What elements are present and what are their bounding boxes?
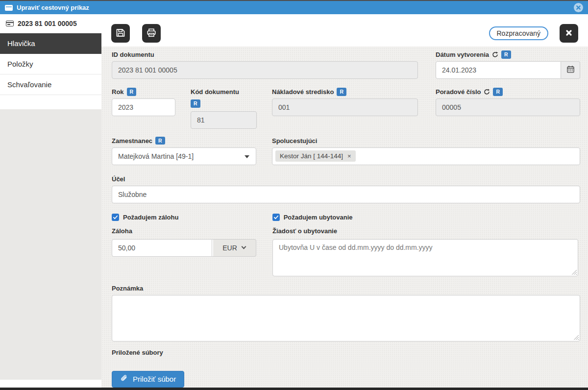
ziadost-o-ubytovanie-label: Žiadosť o ubytovanie	[272, 227, 578, 235]
sidebar-item-label: Schvaľovanie	[7, 80, 51, 89]
attach-file-label: Priložiť súbor	[133, 375, 176, 383]
close-x-icon	[565, 29, 573, 38]
refresh-icon	[484, 89, 490, 95]
poznamka-textarea[interactable]	[112, 295, 580, 341]
zaloha-label: Záloha	[112, 227, 256, 235]
required-badge: R	[155, 137, 165, 145]
rok-input[interactable]	[112, 98, 175, 116]
main-panel: Rozpracovaný ID dokumentu Dátum vytvoren…	[101, 14, 588, 388]
sidebar: 2023 81 001 00005 Hlavička Položky Schva…	[0, 14, 101, 388]
required-badge: R	[501, 50, 511, 59]
tag-remove-icon[interactable]: ×	[347, 153, 351, 159]
close-button[interactable]	[560, 24, 578, 43]
pozadujem-ubytovanie-label: Požadujem ubytovanie	[284, 214, 353, 221]
prilozene-subory-label: Priložené súbory	[112, 349, 184, 356]
zamestnanec-select[interactable]: Matejková Martina [49-1]	[112, 147, 256, 165]
datum-vytvorenia-label: Dátum vytvorenia R	[436, 51, 580, 58]
companion-tag: Kestor Ján [ 144-144] ×	[275, 150, 356, 162]
attach-file-button[interactable]: Priložiť súbor	[112, 371, 184, 388]
ziadost-o-ubytovanie-textarea[interactable]: Ubytovňa U v čase od dd.mm.yyyy do dd.mm…	[272, 239, 578, 276]
chevron-down-icon	[245, 155, 249, 158]
modal-title-bar: Upraviť cestovný príkaz	[0, 1, 588, 14]
ucel-input[interactable]	[112, 186, 580, 203]
pozadujem-zalohu-label: Požadujem zálohu	[123, 214, 178, 221]
poznamka-label: Poznámka	[112, 285, 580, 292]
printer-icon	[147, 28, 156, 39]
save-button[interactable]	[111, 24, 130, 43]
ucel-label: Účel	[112, 175, 580, 183]
floppy-disk-icon	[116, 28, 125, 39]
spolucestujuci-multiselect[interactable]: Kestor Ján [ 144-144] ×	[272, 147, 580, 165]
toolbar: Rozpracovaný	[101, 14, 588, 47]
titlebar-close-icon[interactable]	[574, 3, 583, 12]
zamestnanec-label: Zamestnanec R	[112, 137, 256, 145]
paperclip-icon	[120, 374, 128, 384]
kod-dokumentu-label: Kód dokumentu	[191, 88, 257, 96]
calendar-icon	[566, 65, 575, 75]
required-badge: R	[191, 99, 200, 108]
poradove-cislo-input	[436, 98, 580, 116]
sidebar-item-label: Hlavička	[7, 39, 35, 48]
nakladove-stredisko-label: Nákladové stredisko R	[272, 88, 418, 96]
status-badge: Rozpracovaný	[489, 26, 549, 40]
document-card-icon	[6, 21, 14, 26]
sidebar-document-id: 2023 81 001 00005	[0, 14, 101, 33]
print-button[interactable]	[142, 24, 161, 43]
id-dokumentu-input	[112, 61, 418, 79]
required-badge: R	[493, 88, 503, 96]
sidebar-item-label: Položky	[7, 60, 33, 68]
id-dokumentu-label: ID dokumentu	[112, 51, 418, 58]
modal-title: Upraviť cestovný príkaz	[17, 4, 89, 11]
zaloha-input[interactable]	[112, 239, 212, 257]
sidebar-empty-area	[0, 109, 101, 380]
nakladove-stredisko-input	[272, 98, 418, 116]
page-top-strip	[0, 0, 588, 1]
pozadujem-ubytovanie-checkbox[interactable]	[272, 214, 280, 221]
sidebar-item-schvalovanie[interactable]: Schvaľovanie	[0, 74, 101, 95]
currency-select[interactable]: EUR	[212, 239, 256, 257]
page-bottom-strip	[0, 388, 588, 390]
sidebar-item-polozky[interactable]: Položky	[0, 54, 101, 74]
form-content: ID dokumentu Dátum vytvorenia R	[101, 47, 588, 388]
calendar-button[interactable]	[561, 61, 580, 79]
kod-dokumentu-input	[191, 111, 257, 129]
poradove-cislo-label: Poradové číslo R	[436, 88, 580, 96]
chevron-down-icon	[241, 244, 246, 249]
rok-label: Rok R	[112, 88, 175, 96]
required-badge: R	[127, 88, 137, 96]
pozadujem-zalohu-checkbox[interactable]	[112, 214, 119, 221]
spolucestujuci-label: Spolucestujúci	[272, 137, 580, 145]
document-id-text: 2023 81 001 00005	[18, 20, 77, 27]
sidebar-item-hlavicka[interactable]: Hlavička	[0, 33, 101, 54]
required-badge: R	[337, 88, 346, 96]
refresh-icon	[492, 51, 498, 58]
window-icon	[5, 5, 13, 11]
datum-vytvorenia-input[interactable]	[436, 61, 561, 79]
